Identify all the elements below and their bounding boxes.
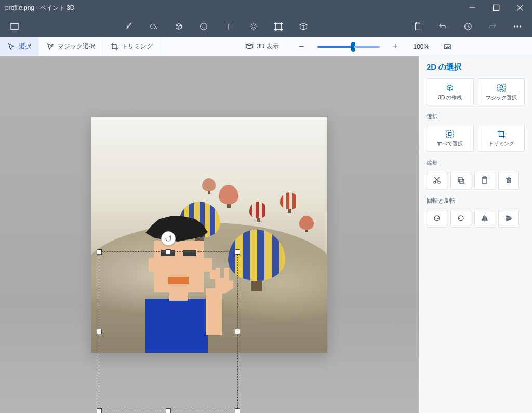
svg-rect-5 [276,24,282,30]
close-button[interactable] [508,0,532,16]
text-icon[interactable] [218,16,239,37]
svg-point-14 [500,85,502,88]
sub-toolbar: 選択 マジック選択 トリミング 3D 表示 − + 100% [0,37,532,56]
paste-icon[interactable] [407,16,428,37]
flip-horizontal-button[interactable] [474,209,495,228]
shapes-3d-icon[interactable] [168,16,189,37]
svg-point-19 [438,181,440,183]
flip-vertical-button[interactable] [498,209,519,228]
svg-point-4 [252,25,255,28]
zoom-in-button[interactable]: + [388,39,403,54]
resize-handle-se[interactable] [235,408,240,413]
svg-point-12 [52,44,53,45]
svg-point-11 [520,26,521,27]
shapes-2d-icon[interactable] [143,16,164,37]
svg-point-18 [434,181,436,183]
svg-rect-20 [458,178,462,182]
content-area: 2D の選択 3D の作成 マジック選択 選択 すべて選択 トリミング 編集 [0,56,532,413]
side-panel: 2D の選択 3D の作成 マジック選択 選択 すべて選択 トリミング 編集 [419,56,532,413]
history-icon[interactable] [457,16,478,37]
create-3d-label: 3D の作成 [438,94,462,101]
section-edit-label: 編集 [427,159,525,167]
section-select-label: 選択 [427,113,525,121]
more-icon[interactable] [507,16,528,37]
redo-icon[interactable] [482,16,503,37]
zoom-fit-icon[interactable] [440,39,455,54]
cut-button[interactable] [427,171,447,190]
menu-button[interactable] [4,16,25,37]
svg-rect-21 [460,179,464,183]
tool-magic-select[interactable]: マジック選択 [39,37,103,56]
brushes-icon[interactable] [118,16,139,37]
rotate-handle[interactable] [161,231,176,246]
zoom-out-button[interactable]: − [295,39,309,54]
canvas-area[interactable] [0,56,419,413]
resize-handle-w[interactable] [97,329,102,334]
tool-crop-label: トリミング [122,42,153,51]
library-3d-icon[interactable] [293,16,314,37]
tool-select-label: 選択 [19,42,31,51]
rotate-cw-button[interactable] [450,209,471,228]
svg-rect-17 [449,132,451,135]
selection-marquee[interactable] [99,251,238,411]
canvas-icon[interactable] [268,16,289,37]
undo-icon[interactable] [432,16,453,37]
crop-label: トリミング [488,140,514,148]
tool-magic-label: マジック選択 [58,42,95,51]
ribbon [0,16,532,37]
maximize-button[interactable] [484,0,508,16]
svg-point-3 [201,23,207,30]
paste-button[interactable] [474,171,495,190]
rotate-ccw-button[interactable] [427,209,447,228]
resize-handle-sw[interactable] [97,408,102,413]
resize-handle-nw[interactable] [97,249,102,255]
zoom-value: 100% [411,43,432,50]
svg-point-9 [514,26,515,27]
magic-select-button[interactable]: マジック選択 [478,78,525,105]
delete-button[interactable] [498,171,519,190]
select-all-label: すべて選択 [437,140,463,148]
magic-select-label: マジック選択 [486,94,517,101]
zoom-thumb[interactable] [351,42,355,52]
svg-rect-16 [447,130,454,137]
resize-handle-ne[interactable] [235,249,240,255]
resize-handle-n[interactable] [166,249,171,255]
zoom-slider[interactable] [317,46,380,48]
resize-handle-s[interactable] [166,408,171,413]
balloon-icon [219,185,238,212]
svg-rect-1 [11,24,18,30]
balloon-icon [249,202,267,225]
minimize-button[interactable] [460,0,484,16]
section-rotflip-label: 回転と反転 [427,197,525,205]
create-3d-button[interactable]: 3D の作成 [427,78,474,105]
select-all-button[interactable]: すべて選択 [427,125,474,152]
panel-title: 2D の選択 [427,62,525,72]
balloon-icon [280,192,299,217]
crop-button[interactable]: トリミング [478,125,525,152]
tool-crop[interactable]: トリミング [103,37,161,56]
copy-button[interactable] [450,171,471,190]
svg-point-10 [517,26,518,27]
titlebar: profile.png - ペイント 3D [0,0,532,16]
window-title: profile.png - ペイント 3D [5,4,460,12]
view-3d-toggle[interactable]: 3D 表示 [238,42,286,51]
view-3d-label: 3D 表示 [257,42,279,51]
effects-icon[interactable] [243,16,264,37]
balloon-icon [202,178,216,197]
balloon-icon [299,216,314,235]
resize-handle-e[interactable] [235,329,240,334]
tool-select[interactable]: 選択 [0,37,39,56]
stickers-icon[interactable] [193,16,214,37]
svg-rect-0 [493,5,499,10]
